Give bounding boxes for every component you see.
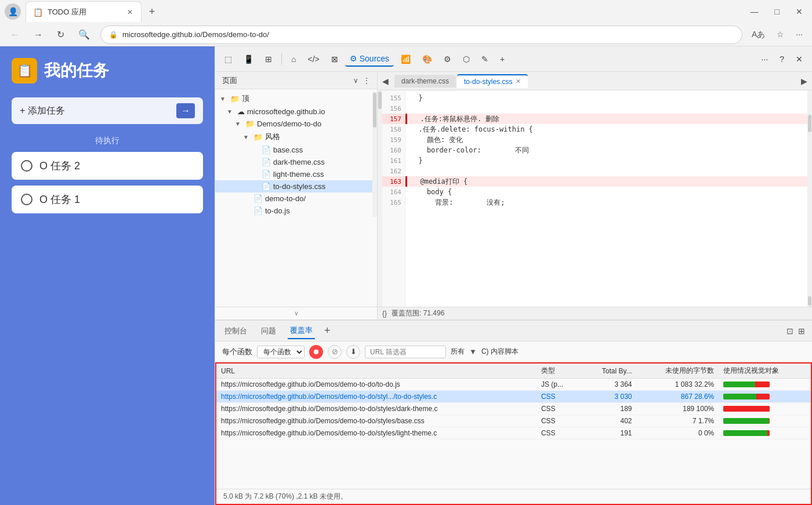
table-row[interactable]: https://microsoftedge.github.io/Demos/de… — [216, 415, 811, 427]
code-editor: ◀ dark-theme.css to-do-styles.css ✕ ▶ — [378, 72, 812, 319]
task-checkbox[interactable] — [21, 194, 32, 205]
filter-dropdown-arrow[interactable]: ▼ — [469, 347, 477, 356]
tree-item-dark-theme-css[interactable]: 📄 dark-theme.css — [215, 156, 372, 168]
url-filter-input[interactable] — [365, 346, 446, 358]
stop-button[interactable]: ⊘ — [328, 345, 342, 359]
coverage-tab[interactable]: 覆盖率 — [288, 323, 315, 339]
url-cell[interactable]: https://microsoftedge.github.io/Demos/de… — [216, 403, 536, 415]
device-emulation-button[interactable]: 📱 — [239, 52, 258, 66]
table-row[interactable]: https://microsoftedge.github.io/Demos/de… — [216, 427, 811, 439]
url-cell[interactable]: https://microsoftedge.github.io/Demos/de… — [216, 379, 536, 391]
task-name: O 任务 2 — [39, 159, 80, 173]
new-tab-button[interactable]: + — [144, 3, 160, 20]
undock-button[interactable]: ⊞ — [798, 326, 805, 336]
file-icon: 📄 — [262, 146, 271, 154]
per-function-dropdown[interactable]: 每个函数 — [257, 346, 304, 358]
sources-panel: 页面 ∨ ⋮ ▼ 📁 — [215, 72, 812, 319]
back-button[interactable]: ← — [7, 27, 23, 42]
tree-label: to-do-styles.css — [273, 182, 368, 191]
line-number-highlighted: 157 — [382, 114, 405, 124]
url-cell[interactable]: https://microsoftedge.github.io/Demos/de… — [216, 427, 536, 439]
to-do-styles-tab[interactable]: to-do-styles.css ✕ — [457, 74, 528, 88]
console-button[interactable]: </> — [303, 52, 324, 66]
line-number: 164 — [382, 187, 405, 197]
active-tab[interactable]: 📋 TODO 应用 ✕ — [26, 1, 142, 22]
code-line: } — [405, 93, 807, 103]
inspect-element-button[interactable]: ⬚ — [220, 52, 237, 66]
task-checkbox[interactable] — [21, 160, 32, 172]
editor-forward-button[interactable]: ▶ — [801, 77, 807, 86]
table-row[interactable]: https://microsoftedge.github.io/Demos/de… — [216, 379, 811, 391]
line-number: 160 — [382, 145, 405, 155]
download-button[interactable]: ⬇ — [346, 345, 360, 359]
vertical-scrollbar[interactable] — [807, 90, 812, 307]
reload-button[interactable]: ↻ — [53, 27, 68, 42]
table-row[interactable]: https://microsoftedge.github.io/Demos/de… — [216, 391, 811, 403]
usage-bar — [723, 430, 770, 436]
console-tab[interactable]: 控制台 — [222, 324, 249, 339]
tree-item-demo-to-do[interactable]: 📄 demo-to-do/ — [215, 192, 372, 205]
tab-close-button[interactable]: ✕ — [516, 78, 521, 85]
wifi-button[interactable]: 📶 — [396, 52, 415, 66]
more-button[interactable]: ··· — [757, 52, 773, 66]
minimize-button[interactable]: — — [746, 5, 763, 19]
issues-tab[interactable]: 问题 — [259, 324, 278, 339]
bar-cell — [719, 415, 811, 427]
dark-theme-tab[interactable]: dark-theme.css — [394, 75, 456, 88]
changes-button[interactable]: ✎ — [477, 52, 493, 66]
editor-back-button[interactable]: ◀ — [382, 77, 389, 86]
tree-item-top[interactable]: ▼ 📁 顶 — [215, 92, 372, 106]
tree-label: dark-theme.css — [273, 158, 368, 166]
elements-button[interactable]: ⌂ — [287, 52, 300, 66]
settings-button[interactable]: ⚙ — [439, 52, 456, 66]
dock-button[interactable]: ⊡ — [786, 326, 793, 336]
used-bar — [723, 418, 768, 424]
browser-menu-button[interactable]: ··· — [793, 27, 805, 42]
record-button[interactable]: ⏺ — [309, 345, 323, 359]
forward-button[interactable]: → — [30, 27, 46, 42]
paint-button[interactable]: 🎨 — [418, 52, 437, 66]
tree-item-styles-folder[interactable]: ▼ 📁 风格 — [215, 130, 372, 144]
table-row[interactable]: https://microsoftedge.github.io/Demos/de… — [216, 403, 811, 415]
unused-bar — [769, 418, 770, 424]
search-button[interactable]: 🔍 — [75, 27, 93, 42]
url-header: URL — [216, 364, 536, 379]
layers-button[interactable]: ⬡ — [458, 52, 474, 66]
bottom-tabs: 控制台 问题 覆盖率 + ⊡ ⊞ — [215, 321, 812, 341]
coverage-table: URL 类型 Total By... 未使用的字节数 使用情况视觉对象 http… — [216, 364, 811, 489]
vertical-scrollbar-top[interactable] — [378, 90, 382, 307]
maximize-button[interactable]: □ — [770, 5, 784, 19]
unused-bar — [723, 406, 770, 412]
profile-icon[interactable]: 👤 — [5, 3, 21, 20]
tree-item-base-css[interactable]: 📄 base.css — [215, 144, 372, 156]
title-bar: 👤 📋 TODO 应用 ✕ + — □ ✕ — [0, 0, 812, 23]
task-item[interactable]: O 任务 2 — [12, 152, 203, 180]
help-button[interactable]: ? — [775, 52, 789, 66]
tree-item-to-do-js[interactable]: 📄 to-do.js — [215, 205, 372, 217]
coverage-data-table: URL 类型 Total By... 未使用的字节数 使用情况视觉对象 http… — [216, 364, 811, 439]
add-task-bar[interactable]: + 添加任务 → — [12, 97, 203, 124]
tab-close-button[interactable]: ✕ — [126, 7, 134, 17]
url-cell[interactable]: https://microsoftedge.github.io/Demos/de… — [216, 391, 536, 403]
sources-button[interactable]: ⚙ Sources — [345, 52, 394, 67]
add-tab-button[interactable]: + — [324, 325, 331, 337]
devtools-close-button[interactable]: ✕ — [791, 52, 807, 66]
url-bar[interactable]: 🔒 microsoftedge.github.io/Demos/demo-to-… — [100, 26, 742, 44]
tree-item-todo-styles-css[interactable]: 📄 to-do-styles.css — [215, 180, 372, 192]
file-tree-chevron[interactable]: ∨ — [353, 77, 358, 85]
sidebar-button[interactable]: ⊞ — [260, 52, 277, 66]
file-tree-more[interactable]: ⋮ — [363, 77, 370, 85]
tree-item-light-theme-css[interactable]: 📄 light-theme.css — [215, 168, 372, 180]
favorites-button[interactable]: ☆ — [774, 27, 786, 42]
read-aloud-button[interactable]: Aあ — [749, 27, 767, 42]
filter-all-label: 所有 — [451, 347, 465, 357]
url-cell[interactable]: https://microsoftedge.github.io/Demos/de… — [216, 415, 536, 427]
network-button[interactable]: ⊠ — [327, 52, 343, 66]
tree-scroll-indicator: ∨ — [215, 307, 377, 319]
task-item[interactable]: O 任务 1 — [12, 186, 203, 213]
add-tool-button[interactable]: + — [495, 52, 509, 66]
add-task-text: + 添加任务 — [20, 105, 171, 117]
tree-item-demos[interactable]: ▼ 📁 Demos/demo-to-do — [215, 118, 372, 130]
tree-item-microsoftedge[interactable]: ▼ ☁ microsoftedge.github.io — [215, 106, 372, 118]
close-button[interactable]: ✕ — [791, 5, 807, 19]
